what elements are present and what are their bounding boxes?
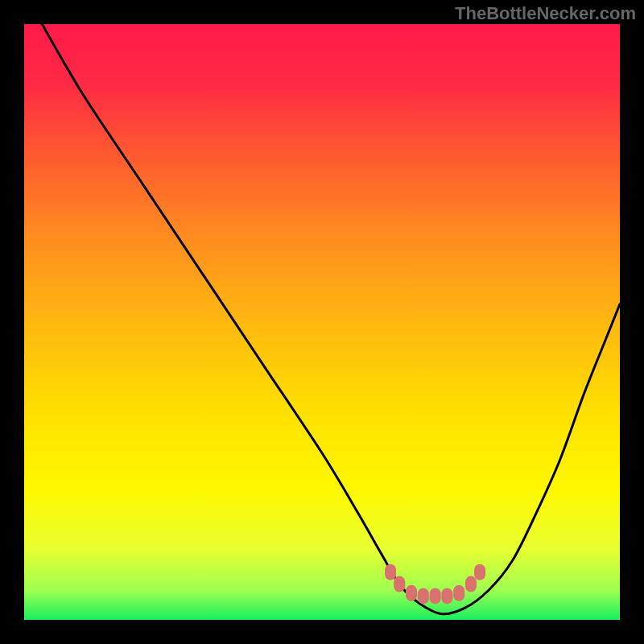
marker-dot: [441, 588, 452, 604]
marker-dot: [385, 564, 396, 580]
marker-dot: [430, 588, 441, 604]
marker-dot: [418, 588, 429, 604]
marker-dot: [474, 564, 485, 580]
chart-container: TheBottleNecker.com: [0, 0, 644, 644]
marker-dot: [394, 576, 405, 592]
gradient-background: [24, 24, 620, 620]
bottleneck-curve-chart: [24, 24, 620, 620]
plot-area: [24, 24, 620, 620]
marker-dot: [453, 585, 464, 601]
marker-dot: [465, 576, 477, 592]
marker-dot: [406, 585, 417, 601]
watermark-text: TheBottleNecker.com: [455, 3, 636, 24]
